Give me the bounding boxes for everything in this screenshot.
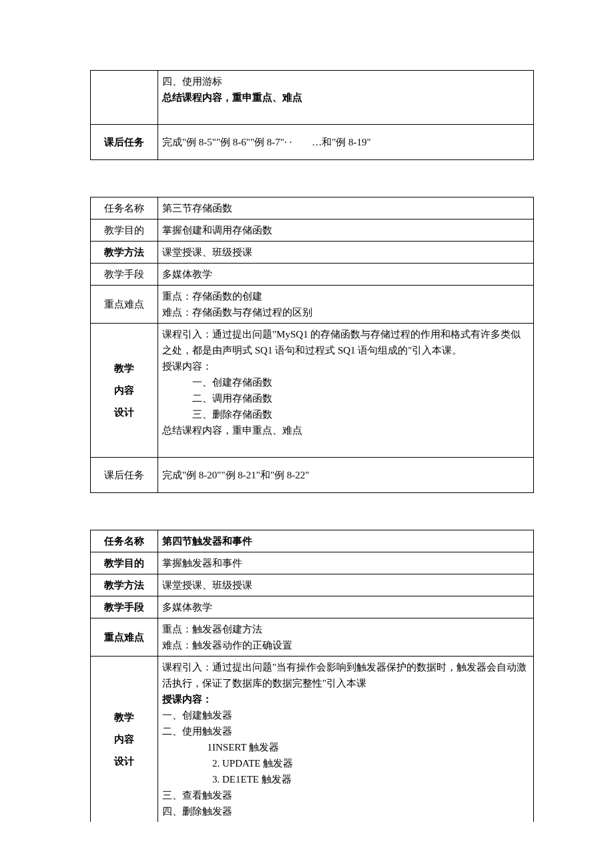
post-task-label: 课后任务 — [91, 125, 158, 160]
teaching-means-label: 教学手段 — [91, 596, 158, 618]
text-line: 三、查看触发器 — [162, 787, 529, 803]
text-line: 难点：触发器动作的正确设置 — [162, 637, 529, 653]
text-line: 二、调用存储函数 — [162, 390, 529, 406]
task-name-label: 任务名称 — [91, 530, 158, 552]
table-row: 教学 内容 设计 课程引入：通过提出问题"MySQ1 的存储函数与存储过程的作用… — [91, 324, 534, 458]
table-row: 教学方法 课堂授课、班级授课 — [91, 574, 534, 596]
text-line: 四、使用游标 — [162, 73, 529, 89]
text-line: 四、删除触发器 — [162, 803, 529, 819]
label-part: 内容 — [114, 380, 134, 402]
table-row: 教学手段 多媒体教学 — [91, 596, 534, 618]
keypoints-content: 重点：触发器创建方法 难点：触发器动作的正确设置 — [158, 618, 534, 657]
teaching-goal-content: 掌握创建和调用存储函数 — [158, 220, 534, 242]
label-part: 设计 — [114, 402, 134, 424]
table-section-3: 任务名称 第三节存储函数 教学目的 掌握创建和调用存储函数 教学方法 课堂授课、… — [90, 197, 534, 493]
content-cell: 四、使用游标 总结课程内容，重申重点、难点 — [158, 71, 534, 125]
label-part: 教学 — [114, 358, 134, 380]
teaching-design-content: 课程引入：通过提出问题"当有操作会影响到触发器保护的数据时，触发器会自动激活执行… — [158, 657, 534, 823]
text-line: 授课内容： — [162, 691, 529, 707]
label-part: 内容 — [114, 729, 134, 751]
table-row: 课后任务 完成"例 8-20""例 8-21"和"例 8-22" — [91, 458, 534, 493]
table-row: 任务名称 第四节触发器和事件 — [91, 530, 534, 552]
text-line: 3. DE1ETE 触发器 — [162, 771, 529, 787]
text-line: 一、创建触发器 — [162, 707, 529, 723]
text-line: 重点：触发器创建方法 — [162, 621, 529, 637]
table-row: 教学 内容 设计 课程引入：通过提出问题"当有操作会影响到触发器保护的数据时，触… — [91, 657, 534, 823]
teaching-design-content: 课程引入：通过提出问题"MySQ1 的存储函数与存储过程的作用和格式有许多类似之… — [158, 324, 534, 458]
text-line: 一、创建存储函数 — [162, 374, 529, 390]
teaching-means-label: 教学手段 — [91, 264, 158, 286]
table-row: 教学目的 掌握触发器和事件 — [91, 552, 534, 574]
keypoints-label: 重点难点 — [91, 618, 158, 657]
task-name-label: 任务名称 — [91, 197, 158, 220]
teaching-method-content: 课堂授课、班级授课 — [158, 242, 534, 264]
teaching-method-label: 教学方法 — [91, 242, 158, 264]
text-line: 授课内容： — [162, 358, 529, 374]
teaching-goal-label: 教学目的 — [91, 220, 158, 242]
text-line: 总结课程内容，重申重点、难点 — [162, 89, 529, 105]
label-part: 教学 — [114, 707, 134, 729]
text-line: 三、删除存储函数 — [162, 406, 529, 422]
task-name-content: 第三节存储函数 — [158, 197, 534, 220]
table-row: 教学目的 掌握创建和调用存储函数 — [91, 220, 534, 242]
table-row: 课后任务 完成"例 8-5""例 8-6""例 8-7"· · …和"例 8-1… — [91, 125, 534, 160]
empty-label-cell — [91, 71, 158, 125]
post-task-content: 完成"例 8-20""例 8-21"和"例 8-22" — [158, 458, 534, 493]
table-row: 重点难点 重点：触发器创建方法 难点：触发器动作的正确设置 — [91, 618, 534, 657]
text-line: 1INSERT 触发器 — [162, 739, 529, 755]
teaching-design-label: 教学 内容 设计 — [91, 657, 158, 823]
teaching-goal-label: 教学目的 — [91, 552, 158, 574]
teaching-method-label: 教学方法 — [91, 574, 158, 596]
task-name-content: 第四节触发器和事件 — [158, 530, 534, 552]
table-continuation: 四、使用游标 总结课程内容，重申重点、难点 课后任务 完成"例 8-5""例 8… — [90, 70, 534, 160]
text-line: 二、使用触发器 — [162, 723, 529, 739]
teaching-means-content: 多媒体教学 — [158, 264, 534, 286]
text-line: 课程引入：通过提出问题"MySQ1 的存储函数与存储过程的作用和格式有许多类似之… — [162, 326, 529, 358]
table-row: 四、使用游标 总结课程内容，重申重点、难点 — [91, 71, 534, 125]
post-task-content: 完成"例 8-5""例 8-6""例 8-7"· · …和"例 8-19" — [158, 125, 534, 160]
table-row: 任务名称 第三节存储函数 — [91, 197, 534, 220]
post-task-label: 课后任务 — [91, 458, 158, 493]
text-line: 课程引入：通过提出问题"当有操作会影响到触发器保护的数据时，触发器会自动激活执行… — [162, 659, 529, 691]
teaching-design-label: 教学 内容 设计 — [91, 324, 158, 458]
text-line: 重点：存储函数的创建 — [162, 288, 529, 304]
text-line: 难点：存储函数与存储过程的区别 — [162, 304, 529, 320]
text-line: 2. UPDATE 触发器 — [162, 755, 529, 771]
text-line: 总结课程内容，重申重点、难点 — [162, 422, 529, 438]
table-row: 教学方法 课堂授课、班级授课 — [91, 242, 534, 264]
keypoints-content: 重点：存储函数的创建 难点：存储函数与存储过程的区别 — [158, 286, 534, 324]
keypoints-label: 重点难点 — [91, 286, 158, 324]
label-part: 设计 — [114, 751, 134, 773]
teaching-goal-content: 掌握触发器和事件 — [158, 552, 534, 574]
table-row: 重点难点 重点：存储函数的创建 难点：存储函数与存储过程的区别 — [91, 286, 534, 324]
teaching-means-content: 多媒体教学 — [158, 596, 534, 618]
table-section-4: 任务名称 第四节触发器和事件 教学目的 掌握触发器和事件 教学方法 课堂授课、班… — [90, 530, 534, 822]
table-row: 教学手段 多媒体教学 — [91, 264, 534, 286]
teaching-method-content: 课堂授课、班级授课 — [158, 574, 534, 596]
